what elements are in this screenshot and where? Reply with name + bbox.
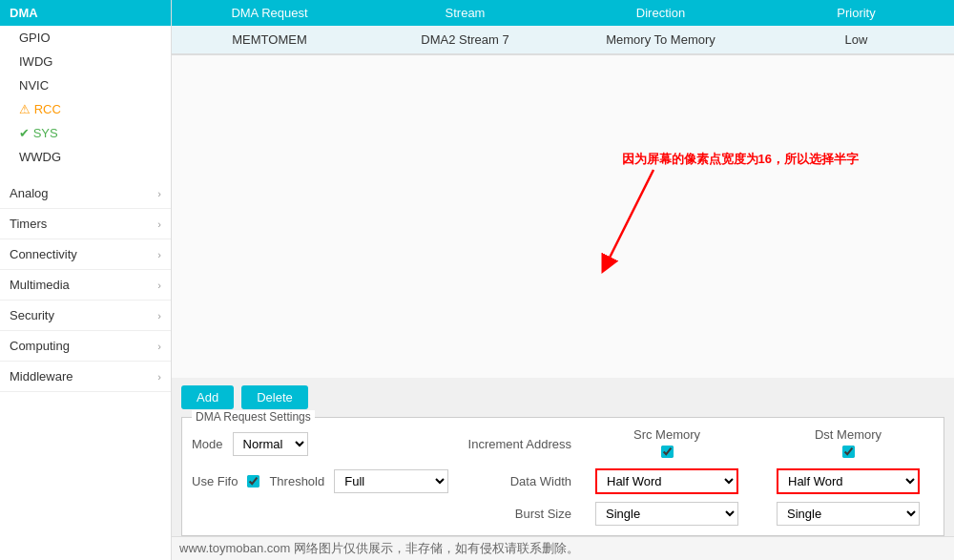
delete-button[interactable]: Delete [241,385,308,409]
sidebar-category-middleware-label: Middleware [10,369,73,384]
burst-size-src-select[interactable]: Single INCR4 INCR8 INCR16 [595,502,738,526]
chevron-right-icon: › [157,371,161,383]
chevron-right-icon: › [157,280,161,291]
burst-size-label: Burst Size [515,507,571,521]
col-priority: Priority [758,0,954,26]
sidebar-item-nvic[interactable]: NVIC [0,73,171,97]
sidebar-category-timers[interactable]: Timers › [0,209,171,239]
sidebar-category-connectivity-label: Connectivity [10,247,77,261]
data-width-src-select[interactable]: Half Word Byte Word [595,468,738,494]
use-fifo-label: Use Fifo [192,474,238,488]
sidebar-category-multimedia[interactable]: Multimedia › [0,270,171,301]
mode-label: Mode [192,437,223,451]
sidebar-category-multimedia-label: Multimedia [10,278,70,292]
footer: www.toymoban.com 网络图片仅供展示，非存储，如有侵权请联系删除。 [172,536,954,560]
src-increment-checkbox[interactable] [661,446,674,458]
cell-stream: DMA2 Stream 7 [367,26,563,53]
sidebar-dma-header[interactable]: DMA [0,0,171,26]
col-direction: Direction [563,0,758,26]
dst-memory-label: Dst Memory [762,427,934,442]
settings-group: DMA Request Settings Mode Normal Circula… [181,417,944,536]
sidebar: DMA GPIO IWDG NVIC RCC SYS WWDG Analog ›… [0,0,172,560]
threshold-label: Threshold [269,474,324,488]
increment-label: Increment Address [468,437,571,451]
col-stream: Stream [367,0,563,26]
table-body: MEMTOMEM DMA2 Stream 7 Memory To Memory … [172,26,954,55]
settings-title: DMA Request Settings [192,410,315,424]
col-dma-request: DMA Request [172,0,367,26]
sidebar-category-middleware[interactable]: Middleware › [0,362,171,392]
sidebar-category-timers-label: Timers [10,217,47,231]
sidebar-item-wwdg[interactable]: WWDG [0,145,171,169]
data-width-label: Data Width [510,474,571,488]
chevron-right-icon: › [157,188,161,199]
sidebar-category-connectivity[interactable]: Connectivity › [0,239,171,270]
sidebar-category-security[interactable]: Security › [0,301,171,331]
footer-text: www.toymoban.com 网络图片仅供展示，非存储，如有侵权请联系删除。 [179,541,579,555]
sidebar-category-computing[interactable]: Computing › [0,331,171,362]
chevron-right-icon: › [157,218,161,230]
chevron-right-icon: › [157,249,161,260]
data-width-dst-select[interactable]: Half Word Byte Word [777,468,920,494]
sidebar-category-analog[interactable]: Analog › [0,178,171,209]
use-fifo-checkbox[interactable] [247,475,259,487]
content-area: 因为屏幕的像素点宽度为16，所以选择半字 [172,55,954,378]
src-memory-label: Src Memory [581,427,753,442]
table-row[interactable]: MEMTOMEM DMA2 Stream 7 Memory To Memory … [172,26,954,54]
annotation-arrow [596,165,673,280]
add-button[interactable]: Add [181,385,234,409]
sidebar-item-iwdg[interactable]: IWDG [0,50,171,73]
mode-select[interactable]: Normal Circular [233,432,308,456]
burst-size-dst-select[interactable]: Single INCR4 INCR8 INCR16 [777,502,920,526]
sidebar-category-computing-label: Computing [10,339,70,353]
sidebar-item-sys[interactable]: SYS [0,121,171,145]
chevron-right-icon: › [157,310,161,321]
sidebar-item-rcc[interactable]: RCC [0,97,171,121]
table-header: DMA Request Stream Direction Priority [172,0,954,26]
cell-dma-request: MEMTOMEM [172,26,367,53]
chevron-right-icon: › [157,341,161,352]
cell-direction: Memory To Memory [563,26,758,53]
sidebar-item-gpio[interactable]: GPIO [0,26,171,50]
threshold-select[interactable]: Full Half Quarter [334,469,448,493]
main-content: DMA Request Stream Direction Priority ME… [172,0,954,560]
cell-priority: Low [758,26,954,53]
svg-line-0 [606,170,653,265]
dst-increment-checkbox[interactable] [842,446,855,458]
sidebar-category-analog-label: Analog [10,186,48,200]
sidebar-category-security-label: Security [10,308,54,322]
